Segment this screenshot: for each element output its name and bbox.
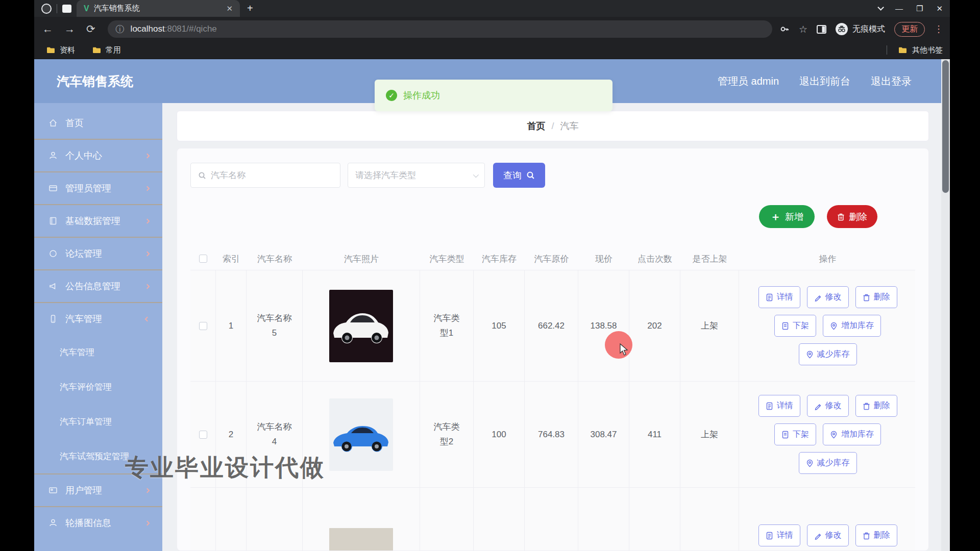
back-icon[interactable]: ←: [42, 23, 53, 35]
sidebar-item-home[interactable]: 首页: [34, 107, 162, 139]
bookmark-star-icon[interactable]: ☆: [799, 23, 807, 35]
query-button[interactable]: 查询: [493, 163, 545, 188]
exit-to-front-link[interactable]: 退出到前台: [799, 74, 850, 88]
forward-icon[interactable]: →: [64, 23, 75, 35]
sidebar-item-car-management[interactable]: 汽车管理: [34, 303, 162, 335]
breadcrumb: 首页 / 汽车: [177, 111, 929, 141]
edit-button[interactable]: 修改: [807, 286, 849, 308]
page-scrollbar[interactable]: [941, 59, 950, 551]
info-icon[interactable]: ⓘ: [116, 23, 125, 35]
add-button[interactable]: ＋ 新增: [759, 205, 815, 228]
sidebar-item-base-data-management[interactable]: 基础数据管理: [34, 205, 162, 237]
off-shelf-button[interactable]: 下架: [774, 315, 816, 337]
status-badge: 上架: [680, 382, 739, 487]
car-table: 索引 汽车名称 汽车照片 汽车类型 汽车库存 汽车原价 现价 点击次数 是否上架…: [190, 247, 915, 551]
trash-icon: [837, 213, 845, 221]
key-icon[interactable]: [779, 24, 790, 34]
search-icon: [526, 171, 535, 180]
bookmarks-bar: 资料 常用 其他书签: [34, 41, 950, 59]
breadcrumb-current: 汽车: [560, 120, 579, 132]
sidebar-subitem-car-order-management[interactable]: 汽车订单管理: [34, 404, 162, 439]
window-minimize-button[interactable]: —: [895, 4, 903, 13]
book-icon: [48, 216, 58, 226]
detail-button[interactable]: 详情: [758, 286, 800, 308]
update-button[interactable]: 更新: [894, 22, 925, 37]
status-badge: 上架: [680, 488, 739, 551]
success-check-icon: ✓: [386, 90, 397, 101]
scrollbar-thumb[interactable]: [942, 60, 949, 193]
pencil-icon: [814, 293, 822, 302]
incognito-icon: [836, 23, 848, 35]
incognito-label: 无痕模式: [852, 24, 885, 35]
trash-icon: [863, 532, 870, 540]
off-shelf-button[interactable]: 下架: [774, 423, 816, 445]
chevron-right-icon: [145, 284, 150, 289]
active-tab[interactable]: V 汽车销售系统 ✕: [77, 0, 240, 17]
pinned-tab-favicon[interactable]: [62, 5, 71, 13]
tab-title: 汽车销售系统: [94, 4, 225, 13]
search-icon: [198, 171, 206, 180]
watermark-text: 专业毕业设计代做: [125, 452, 325, 484]
bookmark-folder[interactable]: 资料: [46, 45, 75, 55]
row-checkbox[interactable]: [199, 431, 207, 439]
delete-button[interactable]: 删除: [827, 205, 877, 228]
bookmark-folder[interactable]: 常用: [92, 45, 121, 55]
tab-close-icon[interactable]: ✕: [224, 3, 235, 14]
address-bar[interactable]: ⓘ localhost :8081/#/qiche: [108, 20, 772, 38]
car-photo[interactable]: [329, 398, 393, 471]
sidebar-subitem-car-review-management[interactable]: 汽车评价管理: [34, 369, 162, 404]
page-viewport: 汽车销售系统 管理员 admin 退出到前台 退出登录 首页: [34, 59, 950, 551]
sidebar-subitem-car-management[interactable]: 汽车管理: [34, 335, 162, 369]
detail-button[interactable]: 详情: [758, 395, 800, 417]
car-type-select-input[interactable]: [355, 170, 469, 181]
remove-button[interactable]: 删除: [855, 524, 897, 546]
chevron-right-icon: [145, 153, 150, 158]
other-bookmarks[interactable]: 其他书签: [887, 45, 943, 55]
bookmark-label: 常用: [106, 45, 121, 55]
chevron-up-icon: [145, 316, 150, 321]
select-all-checkbox[interactable]: [199, 255, 207, 263]
sidebar-item-banner-info[interactable]: 轮播图信息: [34, 507, 162, 539]
edit-button[interactable]: 修改: [807, 395, 849, 417]
remove-button[interactable]: 删除: [855, 395, 897, 417]
window-close-button[interactable]: ✕: [936, 4, 943, 13]
car-photo[interactable]: [329, 290, 393, 362]
mouse-cursor-icon: [619, 343, 630, 357]
chevron-right-icon: [145, 218, 150, 223]
edit-button[interactable]: 修改: [807, 524, 849, 546]
row-checkbox[interactable]: [199, 322, 207, 330]
remove-button[interactable]: 删除: [855, 286, 897, 308]
user-icon: [48, 151, 58, 160]
chevron-right-icon: [145, 186, 150, 191]
sidebar-item-forum-management[interactable]: 论坛管理: [34, 238, 162, 269]
breadcrumb-home[interactable]: 首页: [527, 120, 545, 132]
add-stock-button[interactable]: 增加库存: [823, 423, 881, 445]
car-name-search-field[interactable]: [190, 163, 340, 188]
sidebar-item-personal-center[interactable]: 个人中心: [34, 140, 162, 171]
car-photo[interactable]: [329, 528, 393, 551]
reduce-stock-button[interactable]: 减少库存: [799, 452, 857, 474]
window-maximize-button[interactable]: ❐: [916, 4, 923, 13]
detail-button[interactable]: 详情: [758, 524, 800, 546]
chevron-right-icon: [145, 488, 150, 493]
url-host: localhost: [131, 24, 165, 34]
window-chevron-icon[interactable]: [877, 4, 884, 11]
breadcrumb-separator: /: [551, 121, 554, 132]
document-icon: [781, 431, 789, 439]
bookmark-label: 资料: [60, 45, 75, 55]
sidebar-item-notice-management[interactable]: 公告信息管理: [34, 270, 162, 302]
add-stock-button[interactable]: 增加库存: [823, 315, 881, 337]
menu-dots-icon[interactable]: ⋮: [934, 23, 944, 35]
sidebar-item-admin-management[interactable]: 管理员管理: [34, 172, 162, 204]
id-card-icon: [48, 184, 58, 193]
logout-link[interactable]: 退出登录: [871, 74, 912, 88]
new-tab-button[interactable]: +: [247, 3, 253, 14]
chevron-down-icon: [473, 171, 479, 177]
refresh-icon[interactable]: ⟳: [86, 23, 95, 35]
car-name-input[interactable]: [211, 170, 333, 181]
globe-icon[interactable]: [41, 4, 52, 14]
reduce-stock-button[interactable]: 减少库存: [799, 343, 857, 365]
side-panel-icon[interactable]: [817, 25, 826, 34]
car-type-select[interactable]: [348, 163, 485, 188]
vue-favicon: V: [84, 4, 89, 13]
